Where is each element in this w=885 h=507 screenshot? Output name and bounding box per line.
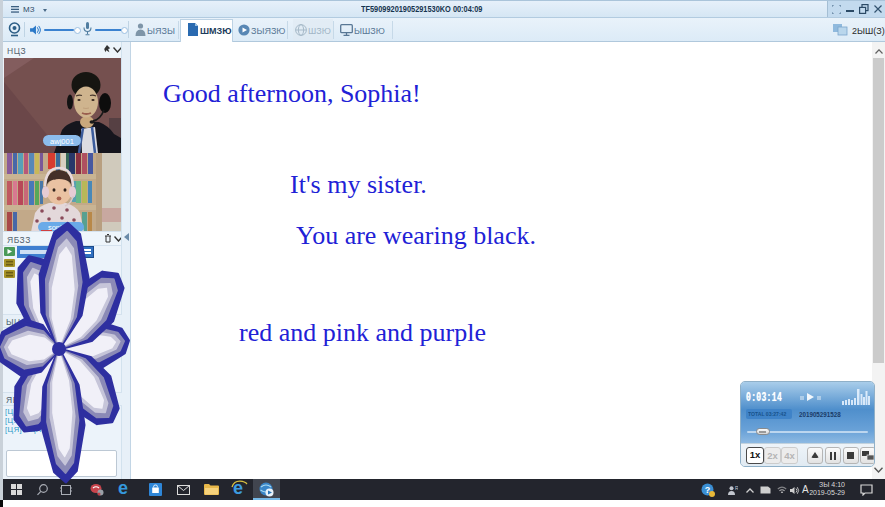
svg-text:awj001: awj001 — [50, 137, 74, 146]
svg-text:R: R — [735, 485, 738, 491]
